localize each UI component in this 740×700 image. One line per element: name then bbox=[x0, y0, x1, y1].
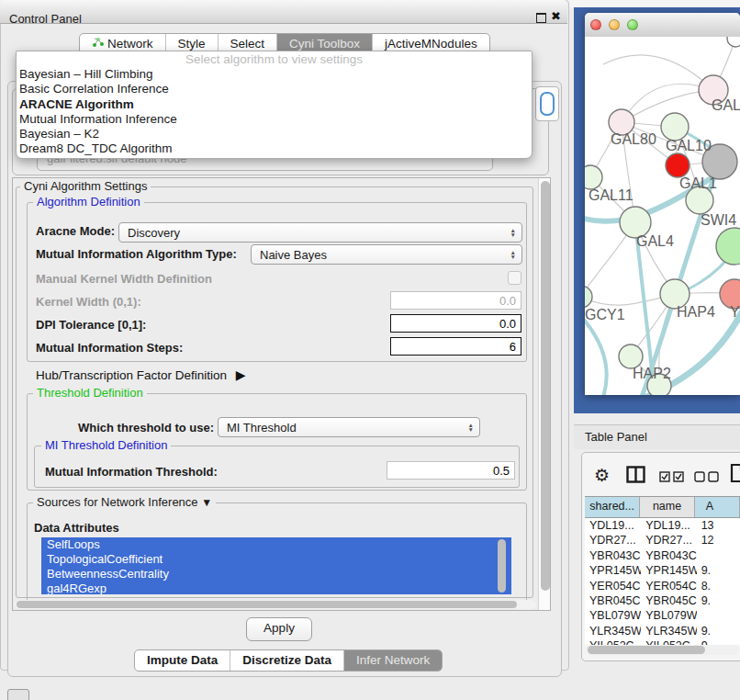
zoom-traffic-light[interactable] bbox=[627, 19, 638, 30]
network-node-label: Y bbox=[730, 304, 740, 320]
attribute-item[interactable]: BetweennessCentrality bbox=[41, 567, 511, 581]
aracne-mode-label: Aracne Mode: bbox=[36, 224, 115, 238]
column-header-name[interactable]: name bbox=[640, 497, 695, 517]
network-edge-highlighted[interactable] bbox=[585, 312, 607, 395]
attribute-item[interactable]: gal4RGexp bbox=[41, 581, 511, 594]
attribute-item[interactable]: TopologicalCoefficient bbox=[41, 552, 511, 567]
table-cell: YBR045C bbox=[641, 593, 696, 608]
cyni-algorithm-settings-title: Cyni Algorithm Settings bbox=[20, 180, 151, 193]
which-threshold-value: MI Threshold bbox=[227, 421, 297, 435]
manual-kernel-label: Manual Kernel Width Definition bbox=[36, 272, 212, 286]
vertical-scrollbar[interactable] bbox=[538, 178, 551, 610]
hub-definition-label: Hub/Transcription Factor Definition bbox=[36, 368, 227, 382]
mi-type-label: Mutual Information Algorithm Type: bbox=[36, 247, 237, 261]
network-node-label: GAL bbox=[712, 97, 740, 113]
hub-definition-expander[interactable]: Hub/Transcription Factor Definition ▶ bbox=[36, 367, 246, 382]
network-node[interactable] bbox=[727, 37, 740, 47]
list-scrollbar-thumb[interactable] bbox=[498, 539, 506, 593]
network-node-label: HAP2 bbox=[633, 366, 671, 381]
table-row[interactable]: YER054CYER054C8. bbox=[585, 579, 740, 593]
close-traffic-light[interactable] bbox=[590, 19, 601, 30]
network-node-label: GAL4 bbox=[636, 233, 674, 249]
table-row[interactable]: YDL19...YDL19...13 bbox=[585, 518, 740, 533]
table-cell: 12 bbox=[697, 533, 740, 548]
settings-gear-icon[interactable]: ⚙ bbox=[594, 465, 610, 486]
aracne-mode-select[interactable]: Discovery ▲▼ bbox=[118, 222, 522, 243]
mi-threshold-field[interactable] bbox=[387, 461, 515, 480]
table-cell: YDL19... bbox=[585, 518, 641, 533]
network-node[interactable] bbox=[716, 228, 740, 265]
network-window-titlebar[interactable] bbox=[585, 13, 740, 38]
manual-kernel-checkbox[interactable] bbox=[508, 271, 521, 285]
table-header-row: shared... name A bbox=[585, 496, 740, 518]
attribute-item[interactable]: SelfLoops bbox=[41, 537, 511, 552]
algorithm-option[interactable]: Bayesian – Hill Climbing bbox=[17, 67, 532, 82]
table-cell: YDL19... bbox=[641, 518, 696, 533]
table-row[interactable]: YBL079WYBL079W bbox=[585, 608, 740, 623]
mi-type-select[interactable]: Naive Bayes ▲▼ bbox=[251, 244, 522, 265]
algorithm-option[interactable]: Basic Correlation Inference bbox=[17, 82, 532, 96]
minimize-traffic-light[interactable] bbox=[609, 19, 620, 30]
float-window-icon[interactable] bbox=[536, 13, 546, 23]
popup-placeholder: Select algorithm to view settings bbox=[17, 51, 532, 67]
threshold-definition-title: Threshold Definition bbox=[33, 387, 147, 400]
which-threshold-label: Which threshold to use: bbox=[78, 421, 214, 435]
kernel-width-field[interactable] bbox=[390, 291, 521, 310]
algorithm-select-popup: Select algorithm to view settings Bayesi… bbox=[16, 51, 533, 159]
close-icon[interactable]: ✖ bbox=[551, 10, 561, 23]
horizontal-scrollbar-thumb[interactable] bbox=[17, 601, 517, 608]
table-panel-title: Table Panel bbox=[585, 430, 647, 444]
table-horizontal-scrollbar[interactable] bbox=[586, 645, 739, 655]
apply-button[interactable]: Apply bbox=[246, 617, 312, 641]
kernel-width-label: Kernel Width (0,1): bbox=[36, 295, 141, 309]
node-table-body: YDL19...YDL19...13YDR27...YDR27...12YBR0… bbox=[585, 518, 740, 645]
table-row[interactable]: YIL052CYIL052C9 bbox=[585, 638, 740, 645]
control-panel-titlebar[interactable] bbox=[0, 0, 567, 24]
table-cell: 9. bbox=[697, 563, 740, 578]
column-header-clipped[interactable]: A bbox=[695, 497, 740, 517]
export-table-icon[interactable] bbox=[730, 463, 740, 487]
table-row[interactable]: YBR045CYBR045C9. bbox=[585, 593, 740, 608]
table-row[interactable]: YPR145WYPR145W9. bbox=[585, 563, 740, 578]
table-row[interactable]: YDR27...YDR27...12 bbox=[585, 533, 740, 548]
horizontal-scrollbar[interactable] bbox=[15, 600, 536, 609]
deselect-all-checkboxes-icon[interactable] bbox=[694, 469, 719, 486]
table-cell: 9. bbox=[697, 593, 740, 608]
table-cell: YBR045C bbox=[585, 593, 641, 608]
tab-infer-network[interactable]: Infer Network bbox=[344, 650, 442, 671]
table-cell: YPR145W bbox=[641, 563, 696, 578]
expand-right-icon: ▶ bbox=[236, 367, 246, 382]
column-header-shared-name[interactable]: shared... bbox=[585, 497, 640, 517]
algorithm-option[interactable]: Dream8 DC_TDC Algorithm bbox=[17, 141, 532, 156]
refresh-button[interactable] bbox=[535, 86, 559, 121]
network-node[interactable] bbox=[585, 286, 592, 308]
algorithm-option[interactable]: Bayesian – K2 bbox=[17, 127, 532, 141]
network-node[interactable] bbox=[661, 113, 689, 141]
sources-group-title[interactable]: Sources for Network Inference ▼ bbox=[33, 496, 216, 509]
select-all-checkboxes-icon[interactable] bbox=[659, 469, 684, 486]
table-scrollbar-thumb[interactable] bbox=[588, 646, 705, 654]
network-edge[interactable] bbox=[603, 55, 713, 90]
table-row[interactable]: YLR345WYLR345W9. bbox=[585, 624, 740, 638]
vertical-scrollbar-thumb[interactable] bbox=[541, 181, 550, 591]
table-cell: YBR043C bbox=[585, 548, 641, 563]
network-node[interactable] bbox=[585, 165, 602, 189]
minimized-panel-icon[interactable] bbox=[7, 689, 29, 700]
network-node-label: HAP4 bbox=[677, 304, 715, 320]
table-row[interactable]: YBR043CYBR043C bbox=[585, 548, 740, 563]
tab-discretize-data[interactable]: Discretize Data bbox=[230, 650, 344, 671]
data-attributes-list[interactable]: SelfLoops TopologicalCoefficient Between… bbox=[41, 537, 511, 594]
tab-impute-data[interactable]: Impute Data bbox=[135, 650, 230, 671]
sources-title-label: Sources for Network Inference bbox=[37, 495, 198, 509]
algorithm-option-selected[interactable]: ARACNE Algorithm bbox=[17, 97, 532, 112]
which-threshold-select[interactable]: MI Threshold ▲▼ bbox=[218, 417, 480, 437]
table-cell: YIL052C bbox=[641, 638, 696, 645]
network-canvas-svg[interactable]: GALGAL80GAL10GAL1GAL11SWI4GAL4GCY1HAP4YH… bbox=[585, 37, 740, 395]
algorithm-option[interactable]: Mutual Information Inference bbox=[17, 112, 532, 127]
settings-scroll-viewport: Cyni Algorithm Settings Algorithm Defini… bbox=[12, 177, 551, 611]
table-cell: 13 bbox=[697, 518, 740, 533]
network-node[interactable] bbox=[666, 153, 690, 177]
mi-steps-field[interactable] bbox=[390, 337, 521, 356]
column-layout-icon[interactable] bbox=[626, 466, 645, 487]
dpi-tolerance-field[interactable] bbox=[390, 314, 521, 333]
